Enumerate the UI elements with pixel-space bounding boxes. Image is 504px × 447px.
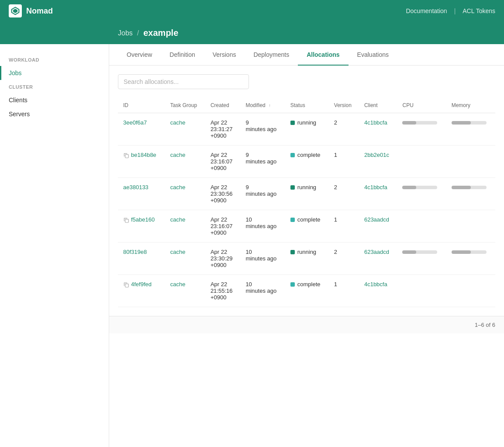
cell-client: 4c1bbcfa <box>359 275 397 307</box>
cell-version: 2 <box>329 243 359 275</box>
search-input[interactable] <box>118 74 249 89</box>
sidebar-item-clients[interactable]: Clients <box>0 93 109 107</box>
cell-id: 4fef9fed <box>118 275 165 307</box>
client-link[interactable]: 623aadcd <box>364 216 389 223</box>
svg-rect-3 <box>125 219 129 222</box>
cell-memory <box>446 275 495 307</box>
col-modified[interactable]: Modified ↑ <box>240 98 285 113</box>
breadcrumb-current: example <box>143 28 178 38</box>
sidebar: Workload Jobs Cluster Clients Servers <box>0 44 109 447</box>
client-link[interactable]: 4c1bbcfa <box>364 184 387 191</box>
status-text: complete <box>297 216 321 223</box>
table-row[interactable]: be184b8ecacheApr 2223:16:07+09009minutes… <box>118 146 495 178</box>
cell-task-group: cache <box>165 275 205 307</box>
client-link[interactable]: 623aadcd <box>364 249 389 255</box>
cell-client: 2bb2e01c <box>359 146 397 178</box>
col-version: Version <box>329 98 359 113</box>
cluster-section-label: Cluster <box>0 84 109 93</box>
cell-task-group: cache <box>165 243 205 275</box>
cell-memory <box>446 243 495 275</box>
tab-overview[interactable]: Overview <box>118 44 161 65</box>
table-row[interactable]: 80f319e8cacheApr 2223:30:29+090010minute… <box>118 243 495 275</box>
cell-id: f5abe160 <box>118 210 165 243</box>
cell-modified: 10minutes ago <box>240 243 285 275</box>
cell-client: 4c1bbcfa <box>359 113 397 146</box>
alloc-id-link[interactable]: 4fef9fed <box>131 281 152 288</box>
allocations-table-container: ID Task Group Created Modified ↑ Status … <box>109 98 504 316</box>
status-dot <box>290 250 295 254</box>
cell-id: 3ee0f6a7 <box>118 113 165 146</box>
cell-status: running <box>285 113 329 146</box>
cpu-bar <box>402 121 437 125</box>
cell-modified: 9minutes ago <box>240 113 285 146</box>
top-navigation: Nomad Documentation | ACL Tokens <box>0 0 504 22</box>
status-text: running <box>297 249 316 255</box>
table-body: 3ee0f6a7cacheApr 2223:31:27+09009minutes… <box>118 113 495 307</box>
client-link[interactable]: 4c1bbcfa <box>364 119 387 126</box>
col-id: ID <box>118 98 165 113</box>
task-group-link[interactable]: cache <box>170 152 186 158</box>
tab-deployments[interactable]: Deployments <box>245 44 298 65</box>
client-link[interactable]: 4c1bbcfa <box>364 281 387 288</box>
status-dot <box>290 185 295 190</box>
col-cpu: CPU <box>397 98 446 113</box>
cell-status: running <box>285 243 329 275</box>
copy-icon <box>123 282 129 288</box>
allocations-table: ID Task Group Created Modified ↑ Status … <box>118 98 495 307</box>
alloc-id-link[interactable]: ae380133 <box>123 184 148 191</box>
task-group-link[interactable]: cache <box>170 119 186 126</box>
svg-rect-4 <box>125 284 129 287</box>
col-memory: Memory <box>446 98 495 113</box>
tab-definition[interactable]: Definition <box>161 44 204 65</box>
cell-task-group: cache <box>165 146 205 178</box>
task-group-link[interactable]: cache <box>170 184 186 191</box>
app-name: Nomad <box>26 7 53 16</box>
documentation-link[interactable]: Documentation <box>406 7 447 14</box>
status-text: running <box>297 184 316 191</box>
cell-id: be184b8e <box>118 146 165 178</box>
task-group-link[interactable]: cache <box>170 216 186 223</box>
alloc-id-link[interactable]: 80f319e8 <box>123 249 147 255</box>
client-link[interactable]: 2bb2e01c <box>364 152 389 158</box>
cell-cpu <box>397 243 446 275</box>
cell-created: Apr 2223:30:56+0900 <box>205 178 241 210</box>
cell-created: Apr 2223:30:29+0900 <box>205 243 241 275</box>
alloc-id-link[interactable]: f5abe160 <box>131 216 155 223</box>
table-row[interactable]: 3ee0f6a7cacheApr 2223:31:27+09009minutes… <box>118 113 495 146</box>
breadcrumb-jobs[interactable]: Jobs <box>118 29 133 37</box>
cell-id: 80f319e8 <box>118 243 165 275</box>
table-row[interactable]: 4fef9fedcacheApr 2221:55:16+090010minute… <box>118 275 495 307</box>
sidebar-item-servers[interactable]: Servers <box>0 107 109 121</box>
task-group-link[interactable]: cache <box>170 249 186 255</box>
memory-bar <box>452 250 487 254</box>
memory-bar <box>452 121 487 125</box>
sidebar-item-jobs[interactable]: Jobs <box>0 66 109 80</box>
cell-client: 623aadcd <box>359 243 397 275</box>
tab-versions[interactable]: Versions <box>204 44 245 65</box>
task-group-link[interactable]: cache <box>170 281 186 288</box>
cell-modified: 9minutes ago <box>240 178 285 210</box>
cell-client: 4c1bbcfa <box>359 178 397 210</box>
tab-allocations[interactable]: Allocations <box>298 44 348 65</box>
cell-cpu <box>397 113 446 146</box>
cell-cpu <box>397 178 446 210</box>
nav-left: Nomad <box>9 4 53 17</box>
cell-memory <box>446 178 495 210</box>
alloc-id-link[interactable]: be184b8e <box>131 152 156 158</box>
table-row[interactable]: ae380133cacheApr 2223:30:56+09009minutes… <box>118 178 495 210</box>
col-task-group: Task Group <box>165 98 205 113</box>
tab-evaluations[interactable]: Evaluations <box>349 44 397 65</box>
table-row[interactable]: f5abe160cacheApr 2223:16:07+090010minute… <box>118 210 495 243</box>
cell-cpu <box>397 210 446 243</box>
cell-version: 1 <box>329 210 359 243</box>
col-client: Client <box>359 98 397 113</box>
status-dot <box>290 218 295 222</box>
nav-right: Documentation | ACL Tokens <box>406 7 495 14</box>
svg-marker-1 <box>13 9 17 13</box>
svg-rect-2 <box>125 154 129 158</box>
alloc-id-link[interactable]: 3ee0f6a7 <box>123 119 147 126</box>
cell-modified: 9minutes ago <box>240 146 285 178</box>
workload-section-label: Workload <box>0 57 109 66</box>
acl-tokens-link[interactable]: ACL Tokens <box>463 7 495 14</box>
cell-created: Apr 2223:16:07+0900 <box>205 210 241 243</box>
